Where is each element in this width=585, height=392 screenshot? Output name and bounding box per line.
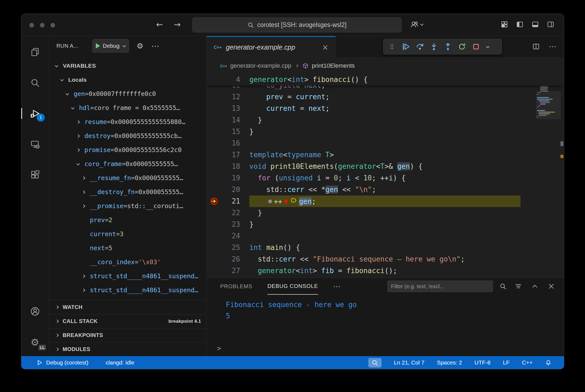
toggle-primary-sidebar-button[interactable] (516, 21, 523, 28)
variable-row[interactable]: gen = 0x00007fffffffe0c0 (49, 87, 206, 101)
code-line[interactable]: 27 generator<int> fib = fibonacci(); (207, 265, 564, 277)
status-notifications[interactable] (545, 359, 552, 366)
variable-row[interactable]: coro_frame = 0x00005555555… (49, 157, 206, 171)
variable-row[interactable]: destroy = 0x0000555555555cb… (49, 129, 206, 143)
status-encoding[interactable]: UTF-8 (474, 359, 491, 366)
launch-config-dropdown[interactable]: Debug (92, 39, 129, 53)
console-search-button[interactable] (498, 282, 508, 291)
line-number[interactable]: 11 (207, 85, 240, 91)
window-minimize-button[interactable] (40, 23, 45, 27)
start-debug-icon[interactable] (96, 43, 100, 49)
tree-section-row[interactable]: Locals (49, 73, 206, 87)
code-line[interactable]: 22 } (207, 207, 564, 219)
variable-row[interactable]: __resume_fn = 0x0000555555… (49, 171, 206, 185)
inline-breakpoint-icon[interactable] (284, 200, 288, 203)
code-line[interactable]: 25int main() { (207, 242, 564, 253)
line-number[interactable]: 24 (207, 230, 240, 242)
variable-row[interactable]: __promise = std::__corouti… (49, 199, 206, 213)
status-eol[interactable]: LF (503, 359, 510, 366)
section-watch[interactable]: WATCH (49, 300, 206, 314)
activity-accounts[interactable] (21, 305, 49, 318)
continue-button[interactable] (400, 40, 412, 53)
line-number[interactable]: 13 (207, 103, 240, 114)
clear-console-button[interactable] (514, 282, 523, 291)
step-over-button[interactable] (414, 40, 426, 53)
code-line[interactable]: 26 std::cerr << "Fibonacci sequence — he… (207, 253, 564, 265)
code-line[interactable]: 21 ++gen; (207, 195, 564, 207)
maximize-panel-button[interactable] (530, 282, 539, 291)
line-number[interactable]: 18 (207, 161, 240, 172)
window-close-button[interactable] (29, 23, 34, 27)
nav-back-button[interactable]: ← (156, 20, 163, 29)
line-number[interactable]: 20 (207, 184, 240, 195)
line-number[interactable]: 26 (207, 253, 240, 265)
variable-row[interactable]: hdl = coro frame = 0x5555555… (49, 101, 206, 115)
step-into-button[interactable] (428, 40, 440, 53)
window-zoom-button[interactable] (50, 23, 55, 27)
line-number[interactable]: 23 (207, 219, 240, 230)
breadcrumb-file[interactable]: generator-example.cpp (230, 62, 291, 69)
tab-debug-console[interactable]: DEBUG CONSOLE (267, 278, 318, 295)
views-more-actions[interactable]: ⋯ (151, 41, 159, 51)
debug-session-dropdown[interactable] (484, 40, 491, 53)
code-line[interactable]: 17template<typename T> (207, 149, 564, 161)
code-line[interactable]: 16 (207, 137, 564, 149)
customize-layout-button[interactable] (501, 21, 508, 28)
debug-settings-gear[interactable]: ⚙ (137, 42, 143, 50)
variable-row[interactable]: struct_std____n4861__suspend… (49, 269, 206, 283)
restart-button[interactable] (456, 40, 468, 53)
line-number[interactable]: 12 (207, 91, 240, 103)
line-number[interactable]: 25 (207, 242, 240, 253)
variable-row[interactable]: struct_std____n4861__suspend… (49, 283, 206, 297)
variable-row[interactable]: current = 3 (49, 227, 206, 241)
activity-run-debug[interactable]: 1 (21, 107, 49, 120)
stop-button[interactable] (470, 40, 482, 53)
variable-row[interactable]: __coro_index = '\x03' (49, 255, 206, 269)
console-filter-input[interactable] (387, 280, 493, 292)
accounts-menu[interactable] (410, 20, 423, 28)
inline-breakpoint-candidate-icon[interactable] (268, 200, 272, 203)
status-line-col[interactable]: Ln 21, Col 7 (394, 359, 424, 366)
code-editor[interactable]: 4generator<int> fibonacci() { 11 co_yiel… (207, 74, 564, 278)
status-language[interactable]: C++ (522, 359, 533, 366)
section-breakpoints[interactable]: BREAKPOINTS (49, 328, 206, 342)
tab-problems[interactable]: PROBLEMS (220, 278, 252, 295)
status-clangd[interactable]: clangd: idle (106, 359, 134, 366)
status-indentation[interactable]: Spaces: 2 (437, 359, 462, 366)
split-editor-button[interactable] (532, 42, 540, 51)
code-line[interactable]: 19 for (unsigned i = 0; i < 10; ++i) { (207, 172, 564, 184)
console-input-prompt[interactable]: > (217, 343, 221, 354)
code-line[interactable]: 18void print10Elements(generator<T>& gen… (207, 161, 564, 172)
activity-extensions[interactable] (21, 169, 49, 181)
sticky-code-line[interactable]: 4generator<int> fibonacci() { (207, 74, 564, 85)
line-number[interactable]: 27 (207, 265, 240, 277)
command-center-search[interactable]: corotest [SSH: avogelsges-wsl2] (192, 18, 402, 32)
toggle-panel-button[interactable] (532, 21, 539, 28)
variable-row[interactable]: next = 5 (49, 241, 206, 255)
variable-row[interactable]: promise = 0x000055555556c2c0 (49, 143, 206, 157)
line-number[interactable]: 17 (207, 149, 240, 161)
status-zoom-button[interactable] (368, 358, 382, 367)
breakpoint-current-icon[interactable] (210, 197, 218, 205)
code-line[interactable]: 15} (207, 126, 564, 137)
line-number[interactable]: 16 (207, 137, 240, 149)
activity-search[interactable] (21, 76, 49, 89)
line-number[interactable]: 15 (207, 126, 240, 137)
variable-row[interactable]: prev = 2 (49, 213, 206, 227)
activity-settings[interactable]: ⚙ LL (21, 336, 49, 349)
code-line[interactable]: 23} (207, 219, 564, 230)
code-line[interactable]: 24 (207, 230, 564, 242)
toggle-secondary-sidebar-button[interactable] (547, 21, 554, 28)
line-number[interactable]: 4 (207, 74, 240, 85)
activity-remote-explorer[interactable] (21, 138, 49, 151)
close-panel-button[interactable] (547, 282, 556, 291)
nav-forward-button[interactable]: → (174, 20, 181, 29)
toolbar-drag-handle[interactable] (386, 40, 398, 53)
activity-explorer[interactable] (21, 46, 49, 59)
line-number[interactable]: 14 (207, 114, 240, 126)
status-debug-session[interactable]: Debug (corotest) (36, 359, 88, 366)
code-line[interactable]: 20 std::cerr << *gen << "\n"; (207, 184, 564, 195)
section-modules[interactable]: MODULES (49, 342, 206, 356)
step-out-button[interactable] (442, 40, 454, 53)
variable-row[interactable]: resume = 0x00005555555555880… (49, 115, 206, 129)
